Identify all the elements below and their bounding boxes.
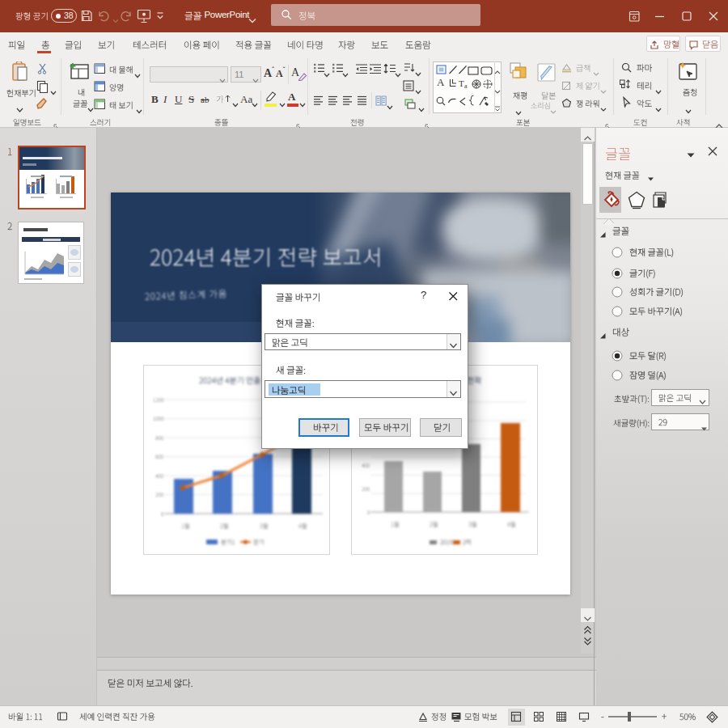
svg-text:a: a bbox=[464, 83, 468, 89]
svg-text:T: T bbox=[459, 78, 464, 88]
